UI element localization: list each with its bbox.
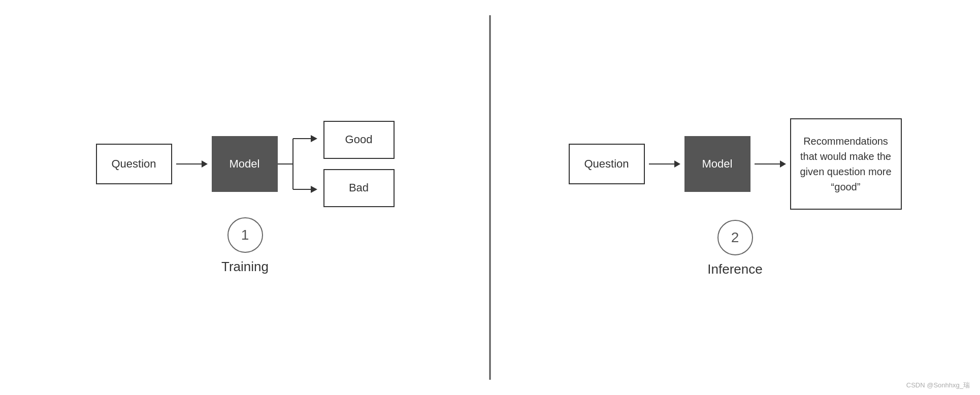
training-diagram: Question Model: [96, 121, 395, 207]
training-panel: Question Model: [0, 0, 490, 395]
arrow-head-2: [674, 160, 680, 168]
inference-number-circle: 2: [717, 220, 753, 255]
inference-question-box: Question: [569, 144, 645, 184]
training-question-box: Question: [96, 144, 172, 184]
arrow-head-1: [202, 160, 208, 168]
training-model-box: Model: [212, 136, 278, 192]
main-container: Question Model: [0, 0, 980, 395]
arrow-line-2: [649, 163, 674, 164]
training-good-box: Good: [323, 121, 395, 159]
inference-arrow-2: [755, 160, 786, 168]
arrow-head-3: [780, 160, 786, 168]
inference-diagram: Question Model Recommendations that woul…: [569, 118, 902, 210]
training-fork-arrows: [278, 121, 318, 207]
inference-panel: Question Model Recommendations that woul…: [490, 0, 980, 395]
inference-arrow-1: [649, 160, 680, 168]
training-bad-box: Bad: [323, 169, 395, 207]
inference-model-box: Model: [684, 136, 750, 192]
inference-bottom: 2 Inference: [707, 220, 762, 277]
training-bottom: 1 Training: [221, 217, 269, 275]
inference-label: Inference: [707, 261, 762, 277]
training-number-circle: 1: [227, 217, 263, 253]
watermark: CSDN @Sonhhxg_瑞: [906, 381, 970, 390]
svg-marker-3: [311, 135, 317, 142]
training-arrow-1: [176, 160, 208, 168]
inference-recommendation-box: Recommendations that would make the give…: [790, 118, 902, 210]
arrow-line-3: [755, 163, 780, 164]
training-label: Training: [221, 259, 269, 275]
training-outputs: Good Bad: [323, 121, 395, 207]
arrow-line-1: [176, 163, 202, 164]
svg-marker-6: [311, 186, 317, 193]
